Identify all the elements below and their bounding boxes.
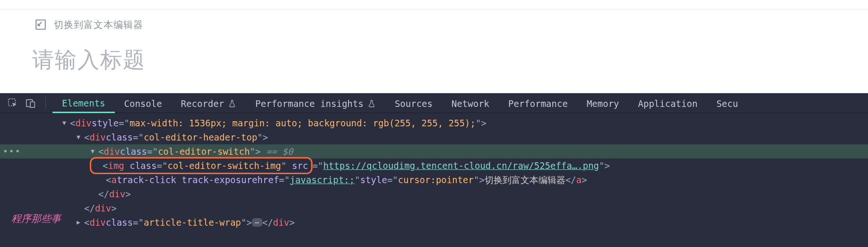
attr-val: max-width: 1536px; margin: auto; backgro… xyxy=(130,116,476,130)
dom-line[interactable]: ▼<div style="max-width: 1536px; margin: … xyxy=(0,116,868,130)
ellipsis-icon[interactable]: ⋯ xyxy=(252,218,262,227)
switch-editor-icon xyxy=(34,18,47,31)
attr-val-url: javascript:; xyxy=(290,173,355,187)
flask-icon xyxy=(367,99,376,108)
tab-application[interactable]: Application xyxy=(629,94,707,113)
dom-line-highlighted[interactable]: <img class="col-editor-switch-img" src="… xyxy=(0,159,868,173)
attr-val: col-editor-switch xyxy=(158,144,250,159)
tab-security[interactable]: Secu xyxy=(707,94,747,113)
tab-perf-insights-label: Performance insights xyxy=(255,98,364,109)
highlight-annotation: <img class="col-editor-switch-img" src xyxy=(90,157,312,174)
dom-line[interactable]: ▶<div class="article-title-wrap">⋯</div> xyxy=(0,215,868,229)
attr-name: track-click track-exposure xyxy=(117,173,257,187)
dom-tree[interactable]: ••• ▼<div style="max-width: 1536px; marg… xyxy=(0,113,868,229)
devtools-toolbar: Elements Console Recorder Performance in… xyxy=(0,93,868,113)
inspect-icon[interactable] xyxy=(7,97,19,109)
tab-performance-insights[interactable]: Performance insights xyxy=(246,94,385,113)
tab-memory[interactable]: Memory xyxy=(577,94,629,113)
attr-val: cursor:pointer xyxy=(398,173,474,187)
dom-line[interactable]: </div> xyxy=(0,201,868,215)
svg-rect-0 xyxy=(36,20,45,29)
dom-line[interactable]: ▼<div class="col-editor-header-top"> xyxy=(0,130,868,144)
flask-icon xyxy=(228,99,236,108)
top-border xyxy=(0,0,868,9)
tab-console[interactable]: Console xyxy=(115,94,172,113)
attr-val-url: https://qcloudimg.tencent-cloud.cn/raw/5… xyxy=(323,159,599,173)
editor-pane: 切换到富文本编辑器 请输入标题 xyxy=(0,0,868,93)
svg-rect-3 xyxy=(30,102,35,107)
attr-val: article-title-wrap xyxy=(144,215,241,229)
dom-line-selected[interactable]: ▼<div class="col-editor-switch"> == $0 xyxy=(0,144,868,159)
editor-switch-label: 切换到富文本编辑器 xyxy=(54,18,143,31)
attr-val: col-editor-header-top xyxy=(144,130,257,144)
attr-val: col-editor-switch-img xyxy=(167,160,281,171)
tab-elements[interactable]: Elements xyxy=(52,93,115,113)
gutter-dots-icon: ••• xyxy=(3,144,21,159)
text-node: 切换到富文本编辑器 xyxy=(485,173,565,187)
device-toggle-icon[interactable] xyxy=(25,97,37,109)
dom-line[interactable]: <a track-click track-exposure href="java… xyxy=(0,173,868,187)
tab-performance[interactable]: Performance xyxy=(499,94,577,113)
dom-line[interactable]: </div> xyxy=(0,187,868,201)
watermark-text: 程序那些事 xyxy=(11,212,61,226)
title-input[interactable]: 请输入标题 xyxy=(0,31,868,75)
editor-switch-row[interactable]: 切换到富文本编辑器 xyxy=(0,9,868,31)
toolbar-separator xyxy=(45,97,46,109)
tab-recorder-label: Recorder xyxy=(181,98,225,109)
tab-recorder[interactable]: Recorder xyxy=(172,94,246,113)
selection-marker: == $0 xyxy=(260,144,293,159)
tab-sources[interactable]: Sources xyxy=(385,94,442,113)
devtools-panel: Elements Console Recorder Performance in… xyxy=(0,93,868,247)
tab-network[interactable]: Network xyxy=(442,94,499,113)
